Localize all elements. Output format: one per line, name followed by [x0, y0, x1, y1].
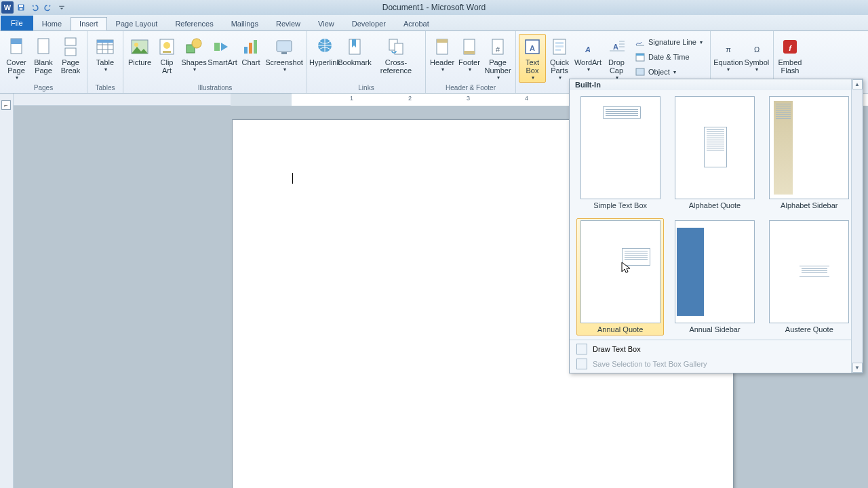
object-icon — [635, 66, 646, 77]
qat-save-button[interactable] — [15, 1, 27, 14]
gallery-scrollbar[interactable]: ▲ ▼ — [851, 79, 863, 373]
svg-rect-3 — [59, 6, 64, 7]
page-break-icon — [60, 36, 81, 58]
cover-page-button[interactable]: Cover Page▾ — [3, 34, 30, 83]
qat-undo-button[interactable] — [28, 1, 41, 14]
tab-home[interactable]: Home — [33, 17, 71, 30]
draw-text-box-icon — [576, 344, 587, 354]
svg-text:Ω: Ω — [754, 45, 760, 54]
blank-page-button[interactable]: Blank Page — [30, 34, 57, 77]
svg-rect-33 — [437, 39, 448, 43]
bookmark-button[interactable]: Bookmark — [340, 34, 370, 68]
tab-insert[interactable]: Insert — [71, 17, 107, 30]
gallery-item-alphabet-quote[interactable]: Alphabet Quote — [671, 94, 758, 211]
scroll-down-button[interactable]: ▼ — [852, 363, 863, 373]
tab-acrobat[interactable]: Acrobat — [395, 17, 438, 30]
svg-text:A: A — [530, 44, 535, 52]
gallery-footer: Draw Text Box Save Selection to Text Box… — [570, 340, 863, 373]
gallery-item-annual-sidebar[interactable]: Annual Sidebar — [671, 218, 758, 336]
embed-flash-button[interactable]: fEmbed Flash — [776, 34, 804, 77]
gallery-item-alphabet-sidebar[interactable]: Alphabet Sidebar — [766, 94, 853, 211]
screenshot-icon — [273, 36, 295, 58]
symbol-button[interactable]: ΩSymbol▾ — [743, 34, 770, 75]
group-links: Hyperlink Bookmark Cross-reference Links — [307, 31, 426, 93]
quick-parts-button[interactable]: Quick Parts▾ — [546, 34, 573, 83]
qat-customize-button[interactable] — [56, 1, 68, 14]
cross-reference-icon — [385, 36, 407, 58]
wordart-icon: A — [577, 36, 599, 58]
smartart-button[interactable]: SmartArt — [208, 34, 237, 68]
svg-text:#: # — [496, 45, 500, 54]
draw-text-box-item[interactable]: Draw Text Box — [572, 342, 860, 357]
save-selection-item: Save Selection to Text Box Gallery — [572, 357, 860, 371]
tab-review[interactable]: Review — [267, 17, 309, 30]
svg-point-18 — [163, 42, 170, 49]
svg-rect-19 — [163, 51, 171, 53]
clip-art-button[interactable]: Clip Art — [153, 34, 180, 77]
title-bar: W Document1 - Microsoft Word — [0, 0, 868, 15]
tab-file[interactable]: File — [1, 16, 33, 30]
clip-art-icon — [156, 36, 178, 58]
text-small-buttons: Signature Line▾ Date & Time Object▾ — [630, 34, 707, 80]
page-number-icon: # — [487, 36, 509, 58]
hyperlink-button[interactable]: Hyperlink — [310, 34, 340, 68]
shapes-button[interactable]: Shapes▾ — [180, 34, 208, 75]
tab-page-layout[interactable]: Page Layout — [107, 17, 167, 30]
symbol-icon: Ω — [746, 36, 768, 58]
equation-icon: π — [717, 36, 739, 58]
window-title: Document1 - Microsoft Word — [382, 3, 486, 12]
tab-mailings[interactable]: Mailings — [222, 17, 267, 30]
group-illustrations: Picture Clip Art Shapes▾ SmartArt Chart … — [123, 31, 307, 93]
vertical-ruler: ⌐ — [0, 94, 14, 488]
bookmark-icon — [344, 36, 366, 58]
header-icon — [431, 36, 453, 58]
svg-rect-14 — [97, 40, 113, 43]
date-time-button[interactable]: Date & Time — [631, 50, 706, 64]
text-box-button[interactable]: AText Box▾ — [519, 34, 546, 83]
qat-redo-button[interactable] — [42, 1, 54, 14]
svg-rect-35 — [464, 51, 475, 54]
svg-rect-25 — [254, 40, 257, 54]
drop-cap-icon: A — [606, 36, 627, 58]
gallery-item-annual-quote[interactable]: Annual Quote — [576, 218, 664, 336]
header-button[interactable]: Header▾ — [429, 34, 456, 75]
drop-cap-button[interactable]: ADrop Cap▾ — [603, 34, 630, 83]
page-break-button[interactable]: Page Break — [57, 34, 84, 77]
chart-button[interactable]: Chart — [237, 34, 264, 68]
flash-icon: f — [779, 36, 801, 58]
ribbon-tabs: File Home Insert Page Layout References … — [0, 15, 868, 31]
tab-selector[interactable]: ⌐ — [1, 100, 11, 110]
tab-view[interactable]: View — [309, 17, 343, 30]
equation-button[interactable]: πEquation▾ — [713, 34, 743, 75]
screenshot-button[interactable]: Screenshot▾ — [264, 34, 304, 75]
svg-text:A: A — [585, 45, 591, 54]
wordart-button[interactable]: AWordArt▾ — [573, 34, 603, 75]
text-box-gallery: ▲ ▼ Built-In Simple Text Box Alphabet Qu… — [569, 79, 863, 373]
svg-rect-8 — [65, 48, 76, 56]
cross-reference-button[interactable]: Cross-reference — [370, 34, 422, 77]
gallery-item-austere-quote[interactable]: Austere Quote — [766, 218, 853, 336]
svg-rect-26 — [277, 41, 292, 52]
svg-rect-5 — [11, 39, 22, 44]
tab-references[interactable]: References — [166, 17, 222, 30]
chart-icon — [240, 36, 262, 58]
svg-text:π: π — [726, 45, 731, 54]
tab-developer[interactable]: Developer — [343, 17, 395, 30]
svg-rect-41 — [555, 42, 564, 44]
group-tables: Table▾ Tables — [87, 31, 123, 93]
smartart-icon — [212, 36, 233, 58]
svg-rect-6 — [38, 39, 49, 54]
footer-button[interactable]: Footer▾ — [456, 34, 483, 75]
object-button[interactable]: Object▾ — [631, 65, 706, 79]
signature-line-button[interactable]: Signature Line▾ — [631, 35, 706, 49]
svg-rect-24 — [249, 43, 252, 54]
scroll-up-button[interactable]: ▲ — [852, 79, 863, 89]
page-number-button[interactable]: #Page Number▾ — [483, 34, 513, 83]
date-time-icon — [635, 52, 646, 62]
signature-icon — [635, 37, 646, 47]
svg-text:A: A — [613, 43, 618, 51]
table-button[interactable]: Table▾ — [90, 34, 120, 75]
svg-point-21 — [192, 39, 201, 48]
picture-button[interactable]: Picture — [126, 34, 153, 68]
gallery-item-simple-text-box[interactable]: Simple Text Box — [576, 94, 664, 211]
